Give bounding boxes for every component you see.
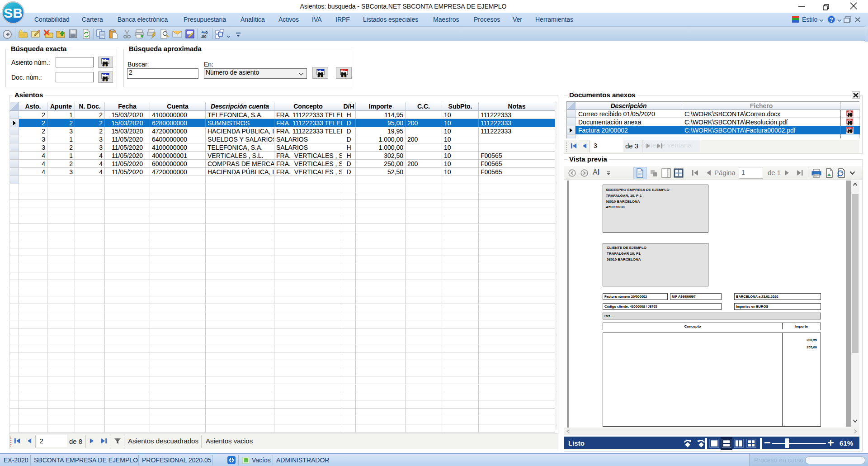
svg-text:SB: SB [4, 5, 23, 20]
svg-text:?: ? [830, 16, 833, 23]
svg-text:.00: .00 [201, 34, 207, 39]
